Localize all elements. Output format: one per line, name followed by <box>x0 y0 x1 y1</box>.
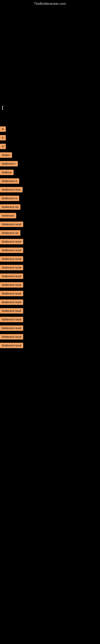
bottleneck-result-badge[interactable]: Bottleneck result <box>0 343 23 348</box>
result-item: Bottleneck r <box>0 160 100 168</box>
result-item: Bottleneck res <box>0 230 100 237</box>
bottleneck-result-badge[interactable]: Bottleneck res <box>0 204 20 210</box>
result-item: Bottleneck result <box>0 273 100 280</box>
result-item: Bottleneck result <box>0 308 100 315</box>
bottleneck-result-badge[interactable]: Bottleneck result <box>0 291 23 296</box>
bottleneck-result-badge[interactable]: B <box>0 144 6 149</box>
bottleneck-result-badge[interactable]: E <box>0 135 6 140</box>
result-item: Bottlen <box>0 152 100 159</box>
bottleneck-result-badge[interactable]: Bottleneck result <box>0 308 23 314</box>
bottleneck-result-badge[interactable]: B <box>0 126 6 132</box>
bottleneck-result-badge[interactable]: Bottleneck result <box>0 222 23 227</box>
result-item: Bottleneck result <box>0 264 100 272</box>
chart-area <box>0 7 100 103</box>
bottleneck-result-badge[interactable]: Bottleneck result <box>0 317 23 322</box>
site-title: TheBottlenecker.com <box>0 0 100 7</box>
bottleneck-result-badge[interactable]: Bottleneck result <box>0 334 23 340</box>
bottleneck-result-badge[interactable]: Bottleneck result <box>0 248 23 253</box>
result-item: Bottleneck resul <box>0 186 100 194</box>
bottleneck-result-badge[interactable]: Bottleneck result <box>0 300 23 305</box>
result-item: Bottleneck result <box>0 290 100 298</box>
result-item: Bottleneck result <box>0 247 100 254</box>
bottleneck-result-badge[interactable]: Bottleneck r <box>0 161 18 166</box>
result-item: Bottleneck <box>0 212 100 220</box>
result-item: Bottleneck result <box>0 334 100 341</box>
bottleneck-result-badge[interactable]: Bottlene <box>0 170 14 175</box>
result-item: Bottleneck result <box>0 299 100 306</box>
result-item: B <box>0 143 100 150</box>
bottleneck-result-badge[interactable]: Bottleneck re <box>0 196 19 201</box>
bottleneck-result-badge[interactable]: Bottleneck result <box>0 282 23 288</box>
results-container: BEBBottlenBottleneck rBottleneBottleneck… <box>0 123 100 352</box>
result-item: Bottleneck re <box>0 178 100 185</box>
bottleneck-result-badge[interactable]: Bottleneck re <box>0 178 19 184</box>
cursor-area: [ <box>0 103 100 123</box>
result-item: E <box>0 135 100 142</box>
bottleneck-result-badge[interactable]: Bottlen <box>0 152 12 158</box>
result-item: Bottleneck result <box>0 238 100 246</box>
result-item: Bottleneck result <box>0 221 100 228</box>
result-item: Bottleneck res <box>0 204 100 211</box>
bottleneck-result-badge[interactable]: Bottleneck result <box>0 265 23 270</box>
result-item: Bottleneck result <box>0 282 100 289</box>
result-item: Bottlene <box>0 169 100 176</box>
bottleneck-result-badge[interactable]: Bottleneck result <box>0 239 23 244</box>
cursor-indicator: [ <box>2 105 3 110</box>
result-item: Bottleneck result <box>0 316 100 324</box>
result-item: Bottleneck result <box>0 256 100 263</box>
result-item: Bottleneck result <box>0 325 100 332</box>
bottleneck-result-badge[interactable]: Bottleneck result <box>0 326 23 331</box>
result-item: B <box>0 126 100 133</box>
bottleneck-result-badge[interactable]: Bottleneck <box>0 213 16 218</box>
bottleneck-result-badge[interactable]: Bottleneck result <box>0 274 23 279</box>
bottleneck-result-badge[interactable]: Bottleneck res <box>0 230 20 236</box>
result-item: Bottleneck re <box>0 195 100 202</box>
bottleneck-result-badge[interactable]: Bottleneck result <box>0 256 23 262</box>
bottleneck-result-badge[interactable]: Bottleneck resul <box>0 187 23 192</box>
result-item: Bottleneck result <box>0 342 100 349</box>
